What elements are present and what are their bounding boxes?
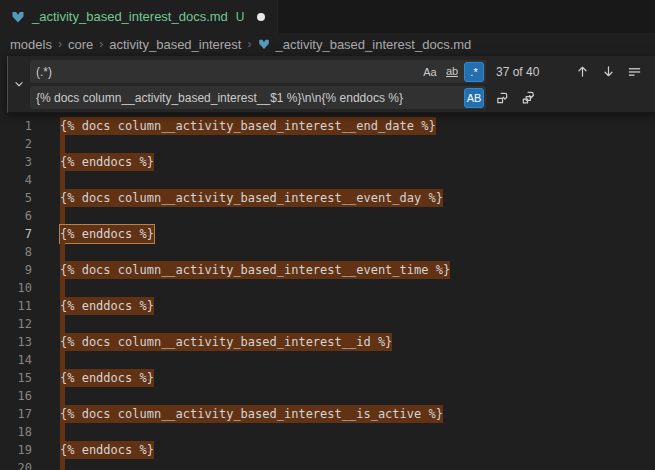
line-number: 3 [0,153,35,171]
editor-line[interactable]: 17{% docs column__activity_based_interes… [0,405,655,423]
line-number: 1 [0,117,35,135]
regex-toggle[interactable]: .* [464,62,484,82]
regex-label: .* [470,66,477,78]
editor-line[interactable]: 11{% enddocs %} [0,297,655,315]
editor-line[interactable]: 15{% enddocs %} [0,369,655,387]
find-match-empty [60,243,65,261]
line-number: 18 [0,423,35,441]
tab-bar: _activity_based_interest_docs.md U [0,0,655,33]
find-match: {% enddocs %} [60,441,154,459]
line-content [35,171,65,189]
editor-line[interactable]: 13{% docs column__activity_based_interes… [0,333,655,351]
editor-line[interactable]: 16 [0,387,655,405]
find-input[interactable] [30,60,486,83]
breadcrumb-item-activity-based-interest[interactable]: activity_based_interest [109,37,241,52]
line-content: {% enddocs %} [35,225,154,243]
editor-line[interactable]: 10 [0,279,655,297]
find-match-empty [60,351,65,369]
line-content: {% docs column__activity_based_interest_… [35,261,450,279]
line-number: 19 [0,441,35,459]
find-match-empty [60,171,65,189]
line-content: {% docs column__activity_based_interest_… [35,117,436,135]
line-number: 9 [0,261,35,279]
line-number: 10 [0,279,35,297]
markdown-icon [10,9,26,25]
tab-title: _activity_based_interest_docs.md [32,9,228,24]
close-find-button[interactable] [650,61,655,82]
next-match-button[interactable] [598,61,619,82]
editor-lines: 1{% docs column__activity_based_interest… [0,55,655,470]
replace-input[interactable] [30,86,486,109]
find-match: {% docs column__activity_based_interest_… [60,405,443,423]
find-match: {% docs column__activity_based_interest_… [60,333,392,351]
line-content [35,135,65,153]
line-content: {% enddocs %} [35,441,154,459]
line-content: {% enddocs %} [35,153,154,171]
tab-active[interactable]: _activity_based_interest_docs.md U [0,0,278,33]
arrow-up-icon [575,64,590,79]
line-content [35,351,65,369]
toggle-replace-button[interactable] [8,56,30,112]
line-content: {% docs column__activity_based_interest_… [35,405,443,423]
find-results-count: 37 of 40 [496,65,558,79]
line-number: 12 [0,315,35,333]
editor-line[interactable]: 9{% docs column__activity_based_interest… [0,261,655,279]
find-match: {% docs column__activity_based_interest_… [60,117,436,135]
whole-word-label: ab [446,66,458,77]
editor-line[interactable]: 18 [0,423,655,441]
match-case-toggle[interactable]: Aa [420,62,440,82]
find-in-selection-button[interactable] [624,61,645,82]
breadcrumb-separator: › [99,37,103,51]
line-number: 2 [0,135,35,153]
breadcrumb: models › core › activity_based_interest … [0,33,655,55]
line-number: 4 [0,171,35,189]
breadcrumb-item-models[interactable]: models [10,37,52,52]
find-match-empty [60,135,65,153]
find-match: {% enddocs %} [60,369,154,387]
whole-word-toggle[interactable]: ab [442,62,462,82]
breadcrumb-item-core[interactable]: core [68,37,93,52]
preserve-case-toggle[interactable]: AB [464,88,484,108]
replace-all-icon [521,90,536,105]
modified-dot-icon[interactable] [257,13,265,21]
editor-line[interactable]: 19{% enddocs %} [0,441,655,459]
editor-line[interactable]: 1{% docs column__activity_based_interest… [0,117,655,135]
editor-line[interactable]: 4 [0,171,655,189]
editor-line[interactable]: 12 [0,315,655,333]
line-content: {% enddocs %} [35,297,154,315]
arrow-down-icon [601,64,616,79]
breadcrumb-item-file[interactable]: _activity_based_interest_docs.md [257,37,471,52]
editor-line[interactable]: 8 [0,243,655,261]
editor-line[interactable]: 2 [0,135,655,153]
previous-match-button[interactable] [572,61,593,82]
find-match: {% enddocs %} [60,297,154,315]
editor-line[interactable]: 5{% docs column__activity_based_interest… [0,189,655,207]
line-number: 5 [0,189,35,207]
editor-line[interactable]: 3{% enddocs %} [0,153,655,171]
line-content [35,279,65,297]
git-status-badge: U [236,10,245,24]
line-content [35,423,65,441]
editor-line[interactable]: 20 [0,459,655,470]
preserve-case-label: AB [467,92,482,104]
line-content [35,315,65,333]
replace-icon [495,90,510,105]
replace-all-button[interactable] [518,87,539,108]
editor-line[interactable]: 14 [0,351,655,369]
replace-button[interactable] [492,87,513,108]
find-match-current: {% enddocs %} [60,225,154,243]
markdown-icon [257,37,271,51]
line-content: {% docs column__activity_based_interest_… [35,189,443,207]
find-match-empty [60,315,65,333]
find-match-empty [60,459,65,470]
line-content [35,207,65,225]
editor-line[interactable]: 7{% enddocs %} [0,225,655,243]
line-number: 17 [0,405,35,423]
find-in-selection-icon [627,64,642,79]
line-number: 15 [0,369,35,387]
line-number: 20 [0,459,35,470]
line-content: {% enddocs %} [35,369,154,387]
find-match: {% docs column__activity_based_interest_… [60,261,450,279]
editor-line[interactable]: 6 [0,207,655,225]
line-number: 6 [0,207,35,225]
